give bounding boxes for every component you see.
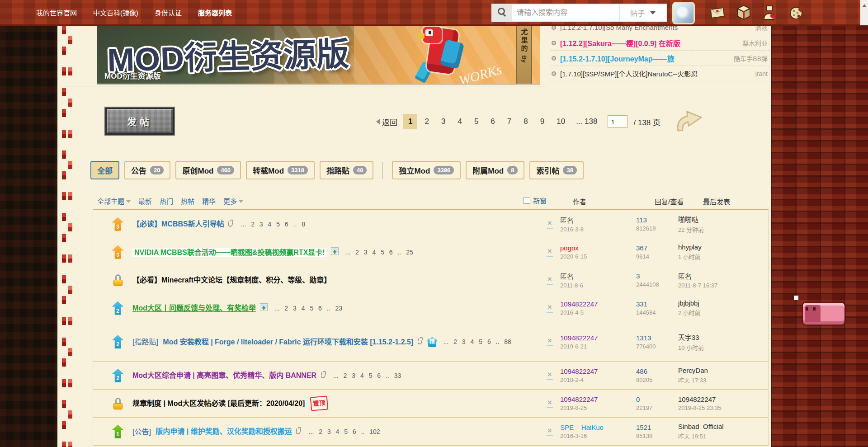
last-post-user[interactable]: PercyDan xyxy=(678,367,768,374)
thread-title-link[interactable]: Mod大区丨问题反馈与处理、有奖检举 xyxy=(132,305,256,312)
last-post-user[interactable]: hhyplay xyxy=(678,243,768,251)
scrollbar[interactable] xyxy=(860,0,868,25)
last-post-user[interactable]: 1094822247 xyxy=(678,395,768,403)
sidebar-thread-link[interactable]: [1.15.2-1.7.10][JourneyMap——旅 xyxy=(560,53,675,64)
close-sticky-icon[interactable]: × xyxy=(547,276,552,285)
close-sticky-icon[interactable]: × xyxy=(547,427,552,436)
friend-icon[interactable] xyxy=(760,4,779,22)
reply-count[interactable]: 367 xyxy=(636,244,678,252)
last-post-time[interactable]: 2011-8-7 16:37 xyxy=(678,282,768,289)
next-page-arrow-icon[interactable] xyxy=(673,108,709,136)
page-number[interactable]: 10 xyxy=(552,114,570,129)
sort-link[interactable]: 更多 xyxy=(223,196,243,206)
last-post-time[interactable]: 昨天 19:51 xyxy=(678,432,768,440)
search-input[interactable] xyxy=(512,5,619,21)
reply-count[interactable]: 486 xyxy=(636,367,678,375)
thread-title-link[interactable]: 【必读】MCBBS新人引导帖 xyxy=(132,221,224,228)
close-sticky-icon[interactable]: × xyxy=(547,399,552,408)
filter-tab[interactable]: 附属Mod 8 xyxy=(466,161,524,179)
new-window-checkbox[interactable] xyxy=(524,197,530,204)
page-number[interactable]: 4 xyxy=(453,114,467,129)
cookie-icon[interactable] xyxy=(787,4,806,22)
scroll-up-icon[interactable] xyxy=(862,4,867,7)
user-avatar[interactable] xyxy=(672,2,695,24)
thread-page-links[interactable]: ... 2 3 4 5 6 .. 33 xyxy=(333,372,401,379)
page-ellipsis-last[interactable]: ... 138 xyxy=(574,114,599,129)
thread-page-links[interactable]: ... 2 3 4 5 6 .. 25 xyxy=(345,249,413,256)
thread-author[interactable]: 1094822247 xyxy=(560,334,636,342)
filter-tab[interactable]: 独立Mod 3396 xyxy=(392,161,461,179)
page-number[interactable]: 8 xyxy=(519,114,533,129)
gift-icon[interactable] xyxy=(734,4,753,22)
page-number[interactable]: 9 xyxy=(535,114,549,129)
new-window-option[interactable]: 新窗 xyxy=(524,196,547,205)
thread-author[interactable]: pogox xyxy=(560,244,636,252)
thread-author[interactable]: SPE__HaiKuo xyxy=(560,423,636,431)
thread-prefix-link[interactable]: [公告] xyxy=(132,428,151,436)
sidebar-thread-author[interactable]: jrant xyxy=(755,70,768,77)
forum-banner[interactable]: 尤里的 By MOD衍生资源版 WORKs MOD衍生资源版 xyxy=(97,26,540,84)
thread-author[interactable]: 1094822247 xyxy=(560,367,636,375)
filter-tab[interactable]: 指路贴 40 xyxy=(320,161,373,179)
sidebar-thread-link[interactable]: [1.12.2-1.7.10][So Many Enchantments xyxy=(560,26,678,31)
last-post-user[interactable]: 天宇33 xyxy=(678,332,768,342)
page-number[interactable]: 7 xyxy=(502,114,516,129)
scope-dropdown[interactable]: 全部主题 xyxy=(97,196,131,206)
last-post-user[interactable]: jbjbjbbj xyxy=(678,299,768,307)
reply-count[interactable]: 0 xyxy=(636,395,678,403)
close-sticky-icon[interactable]: × xyxy=(547,248,552,257)
filter-tab[interactable]: 索引帖 38 xyxy=(529,161,583,179)
sidebar-thread-link[interactable]: [1.12.2][Sakura——樱][0.0.9] 在新版 xyxy=(560,38,680,48)
last-post-time[interactable]: 2 小时前 xyxy=(678,308,768,317)
last-post-user[interactable]: 啪啪哒 xyxy=(678,214,768,224)
sort-link[interactable]: 热帖 xyxy=(181,196,194,206)
last-post-time[interactable]: 2019-8-25 23:35 xyxy=(678,405,768,411)
filter-tab[interactable]: 全部 xyxy=(90,161,119,179)
page-number[interactable]: 6 xyxy=(486,114,500,129)
thread-page-links[interactable]: ... 2 3 4 5 6 .. 23 xyxy=(274,305,342,312)
last-post-user[interactable]: Sinbad_Official xyxy=(678,423,768,430)
last-post-time[interactable]: 1 小时前 xyxy=(678,252,768,261)
thread-title-link[interactable]: 【必看】Minecraft中文论坛【规章制度、积分、等级、勋章】 xyxy=(132,277,331,284)
filter-tab[interactable]: 公告 20 xyxy=(124,161,170,179)
thread-author[interactable]: 匿名 xyxy=(560,215,636,225)
close-sticky-icon[interactable]: × xyxy=(547,304,552,313)
sort-link[interactable]: 热门 xyxy=(160,196,173,206)
thread-author[interactable]: 匿名 xyxy=(560,271,636,281)
sort-link[interactable]: 最新 xyxy=(138,196,152,206)
thread-page-links[interactable]: ... 2 3 4 5 6 .. 102 xyxy=(309,428,380,435)
search-icon[interactable] xyxy=(492,5,512,21)
navbar-link[interactable]: 服务器列表 xyxy=(198,8,232,17)
last-post-time[interactable]: 10 小时前 xyxy=(678,343,768,352)
navbar-link[interactable]: 中文百科(镜像) xyxy=(93,8,138,17)
sort-link[interactable]: 精华 xyxy=(202,196,216,206)
thread-title-link[interactable]: Mod大区综合申请 | 高亮图章、优秀精华、版内 BANNER xyxy=(132,372,316,380)
thread-prefix-link[interactable]: [指路贴] xyxy=(132,338,158,346)
thread-author[interactable]: 1094822247 xyxy=(560,395,636,403)
sidebar-thread-author[interactable]: 酷车手BB弹 xyxy=(734,54,768,63)
search-category-dropdown[interactable]: 帖子 xyxy=(619,5,666,21)
page-number[interactable]: 2 xyxy=(420,114,434,129)
thread-page-links[interactable]: ... 2 3 4 5 6 .. 8 xyxy=(241,221,305,228)
close-sticky-icon[interactable]: × xyxy=(547,220,552,229)
filter-tab[interactable]: 转载Mod 3318 xyxy=(246,161,315,179)
reply-count[interactable]: 1313 xyxy=(636,334,678,342)
last-post-time[interactable]: 昨天 17:33 xyxy=(678,376,768,384)
mail-icon[interactable] xyxy=(708,4,727,22)
new-post-button[interactable]: 发帖 xyxy=(105,108,174,135)
page-number[interactable]: 1 xyxy=(403,114,417,129)
thread-author[interactable]: 1094822247 xyxy=(560,300,636,308)
sidebar-thread-author[interactable]: 梨木利亚 xyxy=(742,38,768,47)
reply-count[interactable]: 1521 xyxy=(636,423,678,431)
sidebar-thread-link[interactable]: [1.7.10][SSP/SMP][个人汉化]NarutoC--火影忍 xyxy=(560,69,698,78)
sidebar-thread-author[interactable]: 清秋 xyxy=(755,26,768,32)
thread-title-link[interactable]: Mod 安装教程 | Forge / liteloader / Fabric 运… xyxy=(163,338,413,346)
thread-title-link[interactable]: NVIDIA MCBBS联合活动——晒截图&投稿视频赢RTX显卡! xyxy=(132,248,327,257)
thread-page-links[interactable]: ... 2 3 4 5 6 .. 88 xyxy=(443,338,511,345)
back-button[interactable]: 返回 xyxy=(376,116,397,127)
page-number[interactable]: 5 xyxy=(469,114,483,129)
close-sticky-icon[interactable]: × xyxy=(547,337,552,346)
thread-title-link[interactable]: 规章制度 | Mod大区发帖必读 [最后更新：2020/04/20] xyxy=(132,400,305,407)
last-post-user[interactable]: 匿名 xyxy=(678,271,768,281)
page-jump-input[interactable] xyxy=(608,115,627,128)
